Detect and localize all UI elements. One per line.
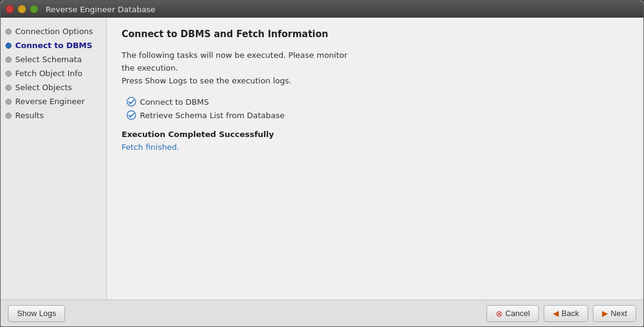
task-label: Connect to DBMS bbox=[140, 97, 209, 107]
dot-icon bbox=[5, 113, 12, 119]
task-list: Connect to DBMS Retrieve Schema List fro… bbox=[126, 97, 629, 120]
sidebar-item-label: Fetch Object Info bbox=[15, 69, 82, 78]
dot-icon bbox=[5, 29, 12, 35]
next-icon: ▶ bbox=[602, 309, 608, 318]
next-button[interactable]: ▶ Next bbox=[593, 305, 636, 322]
sidebar-item-results[interactable]: Results bbox=[1, 109, 106, 122]
checkmark-icon bbox=[126, 110, 136, 120]
sidebar-item-label: Select Objects bbox=[15, 83, 72, 92]
sidebar: Connection Options Connect to DBMS Selec… bbox=[1, 18, 107, 300]
maximize-button[interactable] bbox=[30, 5, 38, 13]
dot-icon bbox=[5, 71, 12, 77]
back-label: Back bbox=[561, 309, 579, 318]
footer-right: ⊗ Cancel ◀ Back ▶ Next bbox=[486, 305, 636, 322]
execution-status: Execution Completed Successfully bbox=[122, 130, 629, 139]
main-panel: Connect to DBMS and Fetch Information Th… bbox=[107, 18, 643, 300]
window-title: Reverse Engineer Database bbox=[46, 5, 155, 14]
cancel-label: Cancel bbox=[505, 309, 530, 318]
sidebar-item-label: Connect to DBMS bbox=[15, 41, 92, 50]
task-item-connect-dbms: Connect to DBMS bbox=[126, 97, 629, 107]
sidebar-item-reverse-engineer[interactable]: Reverse Engineer bbox=[1, 95, 106, 108]
checkmark-icon bbox=[126, 97, 136, 107]
dot-icon bbox=[5, 43, 12, 49]
window: Reverse Engineer Database Connection Opt… bbox=[0, 0, 644, 327]
dot-icon bbox=[5, 85, 12, 91]
sidebar-item-label: Reverse Engineer bbox=[15, 97, 85, 106]
footer-left: Show Logs bbox=[8, 305, 65, 322]
back-icon: ◀ bbox=[553, 309, 559, 318]
svg-point-0 bbox=[127, 97, 136, 106]
show-logs-label: Show Logs bbox=[17, 309, 56, 318]
sidebar-item-label: Results bbox=[15, 111, 44, 120]
sidebar-item-connect-to-dbms[interactable]: Connect to DBMS bbox=[1, 39, 106, 52]
sidebar-item-select-objects[interactable]: Select Objects bbox=[1, 81, 106, 94]
sidebar-item-label: Connection Options bbox=[15, 27, 93, 36]
task-label: Retrieve Schema List from Database bbox=[140, 111, 285, 120]
cancel-icon: ⊗ bbox=[496, 309, 503, 318]
close-button[interactable] bbox=[5, 5, 14, 13]
footer: Show Logs ⊗ Cancel ◀ Back ▶ Next bbox=[1, 300, 643, 326]
description-line3: Press Show Logs to see the execution log… bbox=[122, 75, 629, 88]
description-box: The following tasks will now be executed… bbox=[122, 49, 629, 87]
sidebar-item-fetch-object-info[interactable]: Fetch Object Info bbox=[1, 67, 106, 80]
fetch-status: Fetch finished. bbox=[122, 142, 629, 152]
dot-icon bbox=[5, 57, 12, 63]
task-item-retrieve-schema: Retrieve Schema List from Database bbox=[126, 110, 629, 120]
back-button[interactable]: ◀ Back bbox=[544, 305, 588, 322]
titlebar: Reverse Engineer Database bbox=[1, 1, 643, 18]
panel-title: Connect to DBMS and Fetch Information bbox=[122, 29, 629, 40]
svg-point-1 bbox=[127, 111, 136, 119]
description-line1: The following tasks will now be executed… bbox=[122, 49, 629, 62]
sidebar-item-connection-options[interactable]: Connection Options bbox=[1, 25, 106, 38]
next-label: Next bbox=[611, 309, 627, 318]
description-line2: the execution. bbox=[122, 62, 629, 75]
cancel-button[interactable]: ⊗ Cancel bbox=[486, 305, 539, 322]
sidebar-item-select-schemata[interactable]: Select Schemata bbox=[1, 53, 106, 66]
dot-icon bbox=[5, 99, 12, 105]
content-area: Connection Options Connect to DBMS Selec… bbox=[1, 18, 643, 300]
sidebar-item-label: Select Schemata bbox=[15, 55, 82, 64]
minimize-button[interactable] bbox=[18, 5, 26, 13]
show-logs-button[interactable]: Show Logs bbox=[8, 305, 65, 322]
